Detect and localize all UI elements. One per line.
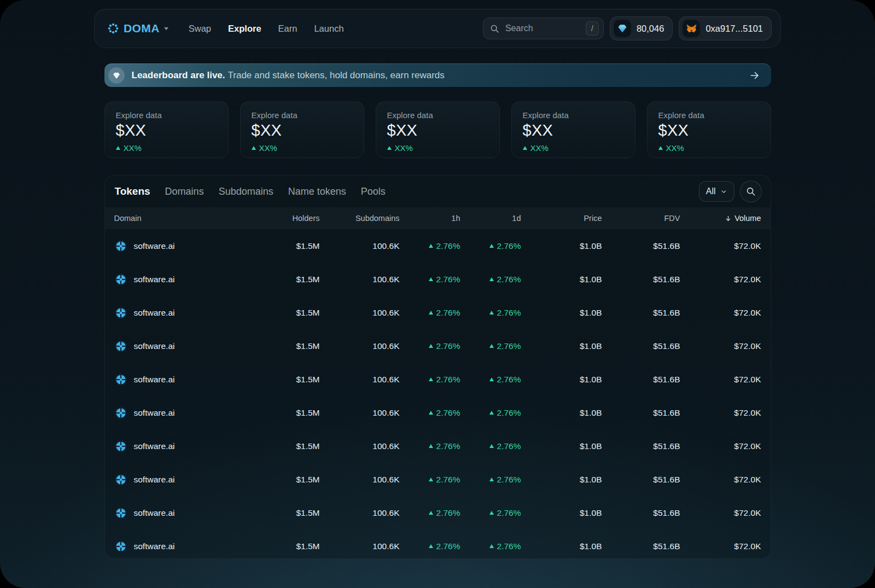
triangle-up-icon bbox=[429, 511, 433, 515]
chevron-down-icon bbox=[720, 188, 727, 195]
fdv-cell: $51.6B bbox=[602, 375, 680, 385]
explorer-tab[interactable]: Domains bbox=[165, 186, 204, 197]
wallet-pill[interactable]: 0xa917...5101 bbox=[679, 16, 772, 40]
token-icon bbox=[114, 507, 127, 520]
domain-name: software.ai bbox=[134, 341, 175, 351]
triangle-up-icon bbox=[429, 311, 433, 315]
triangle-up-icon bbox=[658, 146, 663, 150]
change-1d-cell: 2.76% bbox=[460, 408, 521, 418]
token-icon bbox=[114, 440, 127, 453]
table-row[interactable]: software.ai $1.5M 100.6K 2.76% 2.76% bbox=[105, 263, 771, 296]
table-row[interactable]: software.ai $1.5M 100.6K 2.76% 2.76% bbox=[105, 429, 771, 463]
column-header[interactable]: Subdomains bbox=[320, 214, 400, 223]
change-1h-cell: 2.76% bbox=[400, 341, 460, 351]
column-header[interactable]: Price bbox=[521, 214, 602, 223]
change-1h-cell: 2.76% bbox=[400, 542, 460, 551]
token-balance-pill[interactable]: 80,046 bbox=[610, 16, 673, 40]
volume-cell: $72.0K bbox=[680, 275, 761, 284]
fdv-cell: $51.6B bbox=[602, 408, 680, 418]
holders-cell: $1.5M bbox=[249, 341, 320, 351]
table-row[interactable]: software.ai $1.5M 100.6K 2.76% 2.76% bbox=[105, 496, 771, 529]
table-row[interactable]: software.ai $1.5M 100.6K 2.76% 2.76% bbox=[105, 463, 771, 496]
nav-item[interactable]: Earn bbox=[278, 24, 298, 34]
price-cell: $1.0B bbox=[521, 341, 602, 351]
volume-cell: $72.0K bbox=[680, 241, 761, 251]
filter-dropdown[interactable]: All bbox=[699, 181, 734, 202]
nav-item[interactable]: Swap bbox=[189, 24, 211, 34]
change-1d-cell: 2.76% bbox=[460, 275, 521, 284]
triangle-up-icon bbox=[489, 277, 494, 281]
explorer-tab[interactable]: Name tokens bbox=[288, 186, 346, 197]
column-header[interactable]: FDV bbox=[602, 214, 680, 223]
table-row[interactable]: software.ai $1.5M 100.6K 2.76% 2.76% bbox=[105, 396, 771, 429]
volume-cell: $72.0K bbox=[680, 308, 761, 318]
search-shortcut-badge: / bbox=[586, 21, 599, 36]
banner-subtitle: Trade and stake tokens, hold domains, ea… bbox=[228, 70, 445, 80]
holders-cell: $1.5M bbox=[249, 275, 320, 284]
nav-links: SwapExploreEarnLaunch bbox=[189, 24, 344, 34]
column-header[interactable]: Domain bbox=[114, 214, 249, 223]
column-header[interactable]: 1d bbox=[460, 214, 521, 223]
table-row[interactable]: software.ai $1.5M 100.6K 2.76% 2.76% bbox=[105, 329, 771, 363]
holders-cell: $1.5M bbox=[249, 475, 320, 485]
stat-change: XX% bbox=[658, 143, 760, 153]
change-1d-cell: 2.76% bbox=[460, 308, 521, 318]
column-header[interactable]: 1h bbox=[400, 214, 460, 223]
change-1h-cell: 2.76% bbox=[400, 408, 460, 418]
column-header[interactable]: Volume bbox=[680, 214, 761, 223]
triangle-up-icon bbox=[489, 544, 494, 548]
triangle-up-icon bbox=[489, 344, 494, 348]
domain-name: software.ai bbox=[134, 441, 175, 451]
change-1h-cell: 2.76% bbox=[400, 475, 460, 485]
triangle-up-icon bbox=[252, 146, 256, 150]
price-cell: $1.0B bbox=[521, 408, 602, 418]
triangle-up-icon bbox=[429, 277, 433, 281]
subdomains-cell: 100.6K bbox=[320, 542, 400, 551]
stat-label: Explore data bbox=[116, 110, 217, 120]
change-1d-cell: 2.76% bbox=[460, 241, 521, 251]
triangle-up-icon bbox=[429, 377, 433, 381]
change-1d-cell: 2.76% bbox=[460, 475, 521, 485]
stat-value: $XX bbox=[523, 121, 624, 139]
change-1d-cell: 2.76% bbox=[460, 375, 521, 385]
change-1d-cell: 2.76% bbox=[460, 441, 521, 451]
banner-title: Leaderboard are live. bbox=[132, 70, 225, 80]
stat-value: $XX bbox=[252, 121, 353, 139]
nav-item[interactable]: Launch bbox=[314, 24, 343, 34]
search-input[interactable] bbox=[504, 23, 581, 34]
column-header[interactable]: Holders bbox=[249, 214, 320, 223]
search-box[interactable]: / bbox=[483, 18, 604, 39]
table-row[interactable]: software.ai $1.5M 100.6K 2.76% 2.76% bbox=[105, 363, 771, 396]
change-1h-cell: 2.76% bbox=[400, 241, 460, 251]
stat-change: XX% bbox=[252, 143, 353, 153]
domain-name: software.ai bbox=[134, 542, 175, 551]
leaderboard-banner[interactable]: Leaderboard are live.Trade and stake tok… bbox=[104, 63, 771, 87]
change-1d-cell: 2.76% bbox=[460, 542, 521, 551]
domain-name: software.ai bbox=[134, 508, 175, 518]
table-row[interactable]: software.ai $1.5M 100.6K 2.76% 2.76% bbox=[105, 296, 771, 329]
brand-menu[interactable]: DOMA bbox=[107, 22, 169, 35]
fdv-cell: $51.6B bbox=[602, 542, 680, 551]
arrow-right-icon[interactable] bbox=[749, 70, 760, 81]
subdomains-cell: 100.6K bbox=[320, 241, 400, 251]
price-cell: $1.0B bbox=[521, 475, 602, 485]
volume-cell: $72.0K bbox=[680, 375, 761, 385]
triangle-up-icon bbox=[429, 478, 433, 481]
token-icon bbox=[114, 540, 127, 553]
fdv-cell: $51.6B bbox=[602, 275, 680, 284]
table-row[interactable]: software.ai $1.5M 100.6K 2.76% 2.76% bbox=[105, 229, 771, 263]
token-icon bbox=[114, 240, 127, 253]
stat-change: XX% bbox=[116, 143, 217, 153]
brand-name: DOMA bbox=[124, 22, 160, 35]
nav-item[interactable]: Explore bbox=[228, 24, 261, 34]
explorer-tab[interactable]: Tokens bbox=[115, 185, 150, 197]
table-search-button[interactable] bbox=[740, 181, 762, 202]
explorer-tab[interactable]: Pools bbox=[361, 186, 386, 197]
table-row[interactable]: software.ai $1.5M 100.6K 2.76% 2.76% bbox=[105, 529, 771, 559]
holders-cell: $1.5M bbox=[249, 308, 320, 318]
stat-card: Explore data $XX XX% bbox=[376, 101, 500, 158]
stat-label: Explore data bbox=[252, 110, 353, 120]
volume-cell: $72.0K bbox=[680, 441, 761, 451]
holders-cell: $1.5M bbox=[249, 375, 320, 385]
explorer-tab[interactable]: Subdomains bbox=[219, 186, 273, 197]
